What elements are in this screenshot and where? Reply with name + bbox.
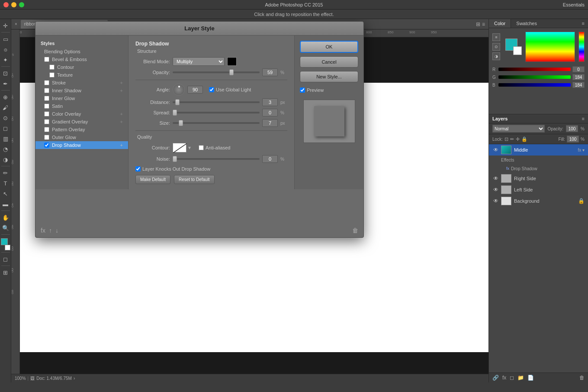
size-thumb[interactable] (179, 120, 183, 126)
angle-value[interactable] (187, 86, 203, 94)
screen-mode-tool[interactable]: ⊞ (1, 268, 10, 277)
layers-menu[interactable]: ≡ (582, 116, 585, 121)
quick-mask-tool[interactable]: ◻ (1, 254, 10, 264)
move-tool[interactable]: ✛ (1, 21, 10, 30)
satin-item[interactable]: Satin (35, 102, 128, 110)
distance-slider[interactable] (173, 101, 260, 103)
link-layers-icon[interactable]: 🔗 (492, 375, 499, 381)
eye-background[interactable]: 👁 (492, 198, 499, 204)
gradient-overlay-checkbox[interactable] (44, 119, 49, 124)
window-controls[interactable] (3, 2, 24, 7)
opacity-slider[interactable] (173, 71, 260, 73)
pattern-overlay-item[interactable]: Pattern Overlay (35, 126, 128, 133)
layer-middle[interactable]: 👁 Middle fx ▾ (489, 144, 588, 156)
angle-wheel[interactable] (173, 84, 185, 96)
panel-menu-btn[interactable]: ≡ (482, 21, 485, 27)
color-gradient-display[interactable] (525, 32, 575, 62)
eye-right-side[interactable]: 👁 (492, 175, 499, 182)
background-color[interactable] (5, 245, 10, 250)
panel-buttons[interactable]: ⊞ ≡ (476, 21, 485, 27)
spread-value[interactable] (262, 109, 278, 117)
essentials-button[interactable]: Essentials (563, 2, 585, 7)
lasso-tool[interactable]: ⌾ (1, 45, 10, 54)
add-mask-icon[interactable]: ◻ (510, 375, 514, 381)
drop-shadow-item[interactable]: Drop Shadow + (35, 141, 128, 149)
inner-shadow-checkbox[interactable] (44, 88, 49, 93)
lock-move-icon[interactable]: ✛ (516, 136, 520, 142)
zoom-tool[interactable]: 🔍 (1, 223, 10, 233)
heal-tool[interactable]: ⊕ (1, 92, 10, 102)
distance-value[interactable] (262, 98, 278, 106)
inner-shadow-plus[interactable]: + (120, 88, 123, 93)
tab-close[interactable]: × (15, 22, 17, 26)
doc-size-arrow[interactable]: › (74, 376, 75, 381)
blue-slider[interactable] (498, 83, 571, 87)
distance-thumb[interactable] (175, 99, 180, 105)
outer-glow-item[interactable]: Outer Glow (35, 133, 128, 141)
layer-blend-select[interactable]: Normal (492, 125, 545, 133)
hand-tool[interactable]: ✋ (1, 213, 10, 222)
drop-shadow-checkbox[interactable] (44, 143, 49, 148)
panel-arrange-btn[interactable]: ⊞ (476, 21, 480, 27)
hue-bar[interactable] (578, 32, 585, 62)
cancel-button[interactable]: Cancel (300, 56, 358, 68)
type-tool[interactable]: T (1, 178, 10, 188)
ok-button[interactable]: OK (300, 41, 358, 53)
dodge-tool[interactable]: ◑ (1, 155, 10, 164)
color-swatch-area[interactable] (0, 238, 11, 250)
texture-item[interactable]: Texture (35, 71, 128, 79)
layer-opacity-input[interactable] (566, 125, 578, 132)
foreground-color[interactable] (1, 238, 8, 245)
eye-middle[interactable]: 👁 (492, 146, 499, 153)
stamp-tool[interactable]: ⊙ (1, 113, 10, 123)
lock-transparent-icon[interactable]: ⊡ (504, 136, 508, 142)
make-default-button[interactable]: Make Default (135, 175, 170, 184)
contour-dropdown-arrow[interactable]: ▾ (188, 145, 191, 151)
lock-all-icon[interactable]: 🔒 (521, 136, 527, 142)
brush-tool[interactable]: 🖌 (1, 103, 10, 112)
contour-swatch[interactable] (173, 143, 186, 152)
inner-glow-item[interactable]: Inner Glow (35, 94, 128, 102)
eraser-tool[interactable]: ◻ (1, 123, 10, 133)
anti-aliased-checkbox[interactable] (199, 145, 204, 150)
green-slider[interactable] (498, 75, 571, 79)
green-value[interactable] (572, 74, 585, 80)
opacity-thumb[interactable] (229, 69, 234, 75)
magic-wand-tool[interactable]: ✦ (1, 55, 10, 65)
size-slider[interactable] (173, 122, 260, 124)
path-select-tool[interactable]: ↖ (1, 189, 10, 198)
fg-bg-swatches[interactable] (505, 39, 522, 55)
preview-checkbox[interactable] (300, 87, 305, 93)
pattern-overlay-checkbox[interactable] (44, 127, 49, 132)
texture-checkbox[interactable] (49, 72, 55, 78)
global-light-checkbox[interactable] (209, 87, 214, 92)
blur-tool[interactable]: ◔ (1, 144, 10, 154)
color-overlay-plus[interactable]: + (120, 111, 123, 117)
delete-layer-icon[interactable]: 🗑 (579, 375, 585, 381)
color-panel-menu[interactable]: ≡ (578, 19, 588, 28)
gradient-overlay-item[interactable]: Gradient Overlay + (35, 118, 128, 126)
layers-panel-icon[interactable]: ≡ (492, 33, 500, 41)
color-overlay-checkbox[interactable] (44, 111, 49, 117)
outer-glow-checkbox[interactable] (44, 135, 49, 140)
reset-default-button[interactable]: Reset to Default (174, 175, 215, 184)
bg-color-swatch[interactable] (513, 46, 522, 55)
noise-thumb[interactable] (173, 156, 177, 162)
satin-checkbox[interactable] (44, 104, 49, 109)
opacity-value[interactable] (262, 68, 278, 76)
stroke-checkbox[interactable] (44, 80, 49, 85)
new-group-icon[interactable]: 📁 (517, 375, 524, 381)
red-value[interactable] (572, 66, 585, 72)
bevel-emboss-item[interactable]: Bevel & Emboss (35, 55, 128, 63)
red-slider[interactable] (498, 68, 571, 71)
close-button[interactable] (3, 2, 9, 7)
blue-value[interactable] (572, 82, 585, 88)
swatches-tab[interactable]: Swatches (511, 19, 542, 28)
stroke-item[interactable]: Stroke + (35, 79, 128, 87)
blend-mode-select[interactable]: Multiply Normal Screen Overlay (173, 57, 225, 66)
move-up-icon[interactable]: ↑ (49, 227, 52, 234)
stroke-plus[interactable]: + (120, 80, 123, 85)
size-value[interactable] (262, 119, 278, 127)
fx-icon[interactable]: fx (41, 227, 45, 234)
props-panel-icon[interactable]: ⊙ (492, 43, 500, 51)
